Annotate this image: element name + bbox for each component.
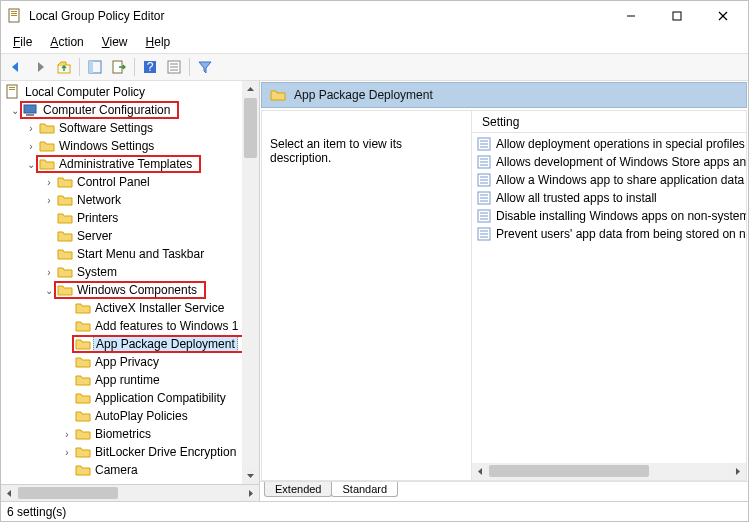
tree-label: BitLocker Drive Encryption — [93, 445, 238, 459]
tree-label: Administrative Templates — [57, 157, 194, 171]
tree-computer-configuration[interactable]: ⌄ Computer Configuration — [3, 101, 259, 119]
scroll-down-button[interactable] — [242, 467, 259, 484]
tree-control-panel[interactable]: › Control Panel — [3, 173, 259, 191]
tree-add-features[interactable]: Add features to Windows 1 — [3, 317, 259, 335]
scroll-track[interactable] — [242, 98, 259, 467]
tree-autoplay-policies[interactable]: AutoPlay Policies — [3, 407, 259, 425]
description-column: Select an item to view its description. — [262, 111, 472, 480]
tree-start-menu-taskbar[interactable]: Start Menu and Taskbar — [3, 245, 259, 263]
tree-windows-components[interactable]: ⌄ Windows Components — [3, 281, 259, 299]
horizontal-scrollbar[interactable] — [1, 484, 259, 501]
expander-icon[interactable]: › — [25, 141, 37, 152]
details-title: App Package Deployment — [294, 88, 433, 102]
tree-bitlocker[interactable]: › BitLocker Drive Encryption — [3, 443, 259, 461]
folder-icon — [75, 462, 91, 478]
tree-network[interactable]: › Network — [3, 191, 259, 209]
scroll-up-button[interactable] — [242, 81, 259, 98]
expander-icon[interactable]: › — [25, 123, 37, 134]
list-item[interactable]: Disable installing Windows apps on non-s… — [476, 207, 742, 225]
tab-standard[interactable]: Standard — [331, 482, 398, 497]
scroll-right-button[interactable] — [729, 463, 746, 480]
column-setting[interactable]: Setting — [476, 115, 525, 129]
tree-system[interactable]: › System — [3, 263, 259, 281]
vertical-scrollbar[interactable] — [242, 81, 259, 484]
tree-app-privacy[interactable]: App Privacy — [3, 353, 259, 371]
tree-biometrics[interactable]: › Biometrics — [3, 425, 259, 443]
settings-list[interactable]: Setting Allow deployment operations in s… — [472, 111, 746, 480]
scroll-track[interactable] — [18, 485, 242, 501]
list-item[interactable]: Allow deployment operations in special p… — [476, 135, 742, 153]
scroll-left-button[interactable] — [472, 463, 489, 480]
filter-button[interactable] — [194, 56, 216, 78]
tree-label: Add features to Windows 1 — [93, 319, 240, 333]
scroll-thumb[interactable] — [489, 465, 649, 477]
menu-help[interactable]: Help — [138, 33, 179, 51]
maximize-button[interactable] — [654, 1, 700, 31]
folder-icon — [39, 138, 55, 154]
tree-label: Application Compatibility — [93, 391, 228, 405]
up-button[interactable] — [53, 56, 75, 78]
show-hide-tree-button[interactable] — [84, 56, 106, 78]
expander-icon[interactable]: › — [43, 267, 55, 278]
list-item[interactable]: Allow a Windows app to share application… — [476, 171, 742, 189]
close-button[interactable] — [700, 1, 746, 31]
column-header-row[interactable]: Setting — [472, 111, 746, 133]
expander-icon[interactable]: ⌄ — [9, 105, 21, 116]
forward-button[interactable] — [29, 56, 51, 78]
back-button[interactable] — [5, 56, 27, 78]
tree-app-runtime[interactable]: App runtime — [3, 371, 259, 389]
scroll-right-button[interactable] — [242, 485, 259, 501]
minimize-button[interactable] — [608, 1, 654, 31]
tree-windows-settings[interactable]: › Windows Settings — [3, 137, 259, 155]
status-text: 6 setting(s) — [7, 505, 66, 519]
tree-activex-installer[interactable]: ActiveX Installer Service — [3, 299, 259, 317]
folder-icon — [270, 87, 286, 103]
tree-server[interactable]: Server — [3, 227, 259, 245]
tree-view[interactable]: Local Computer Policy ⌄ Computer Configu… — [1, 81, 259, 484]
tree-administrative-templates[interactable]: ⌄ Administrative Templates — [3, 155, 259, 173]
tree-application-compatibility[interactable]: Application Compatibility — [3, 389, 259, 407]
expander-icon[interactable]: ⌄ — [43, 285, 55, 296]
scroll-thumb[interactable] — [18, 487, 118, 499]
list-item[interactable]: Prevent users' app data from being store… — [476, 225, 742, 243]
folder-icon — [75, 426, 91, 442]
menu-file[interactable]: File — [5, 33, 40, 51]
tree-app-package-deployment[interactable]: App Package Deployment — [3, 335, 259, 353]
setting-icon — [476, 226, 492, 242]
svg-rect-22 — [26, 114, 34, 116]
expander-icon[interactable]: › — [61, 447, 73, 458]
tree-label: Server — [75, 229, 114, 243]
tree-software-settings[interactable]: › Software Settings — [3, 119, 259, 137]
svg-rect-1 — [11, 11, 17, 12]
help-button[interactable]: ? — [139, 56, 161, 78]
scroll-track[interactable] — [489, 463, 729, 480]
tree-label: Printers — [75, 211, 120, 225]
expander-icon[interactable]: › — [43, 177, 55, 188]
tree-camera[interactable]: Camera — [3, 461, 259, 479]
titlebar: Local Group Policy Editor — [1, 1, 748, 31]
tree-label: ActiveX Installer Service — [93, 301, 226, 315]
tree-label: Network — [75, 193, 123, 207]
menu-action[interactable]: Action — [42, 33, 91, 51]
tree-label: Local Computer Policy — [23, 85, 147, 99]
tree-printers[interactable]: Printers — [3, 209, 259, 227]
list-item[interactable]: Allows development of Windows Store apps… — [476, 153, 742, 171]
policy-icon — [5, 84, 21, 100]
svg-rect-20 — [9, 89, 15, 90]
menu-view[interactable]: View — [94, 33, 136, 51]
svg-rect-21 — [24, 105, 36, 113]
toolbar: ? — [1, 53, 748, 81]
scroll-left-button[interactable] — [1, 485, 18, 501]
properties-button[interactable] — [163, 56, 185, 78]
expander-icon[interactable]: › — [61, 429, 73, 440]
list-item-label: Allow a Windows app to share application… — [496, 173, 744, 187]
expander-icon[interactable]: › — [43, 195, 55, 206]
horizontal-scrollbar[interactable] — [472, 463, 746, 480]
tree-root[interactable]: Local Computer Policy — [3, 83, 259, 101]
expander-icon[interactable]: ⌄ — [25, 159, 37, 170]
list-item[interactable]: Allow all trusted apps to install — [476, 189, 742, 207]
tab-extended[interactable]: Extended — [264, 482, 332, 497]
export-list-button[interactable] — [108, 56, 130, 78]
tree-label: System — [75, 265, 119, 279]
scroll-thumb[interactable] — [244, 98, 257, 158]
